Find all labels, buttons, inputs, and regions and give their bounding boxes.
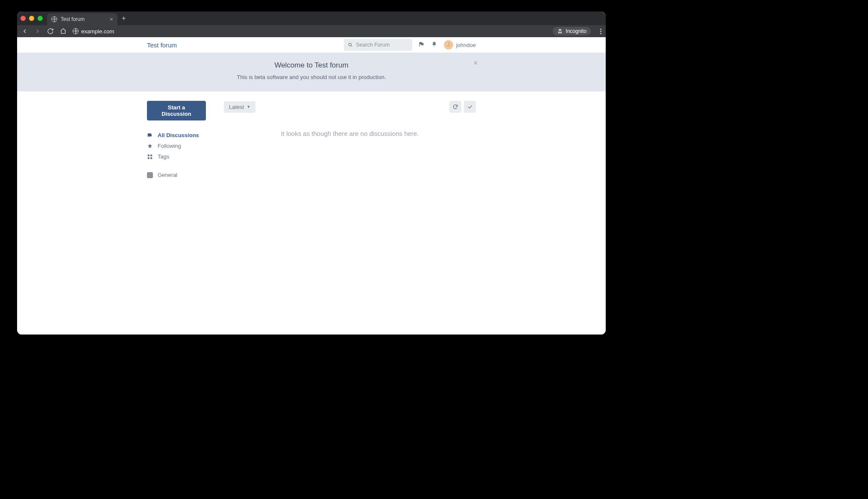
grid-icon [147,154,153,160]
sort-label: Latest [229,104,244,110]
window-controls [21,16,43,21]
refresh-button[interactable] [449,101,461,113]
close-hero-button[interactable]: × [474,59,478,67]
site-info-icon[interactable] [73,28,79,34]
flag-icon[interactable] [418,41,425,49]
close-window-button[interactable] [21,16,26,21]
search-box[interactable] [344,39,412,51]
forward-button[interactable] [34,28,41,35]
sidebar-item-label: All Discussions [158,132,199,138]
tab-strip: Test forum × + [17,12,606,25]
reload-button[interactable] [47,28,54,35]
sidebar-tag-general[interactable]: General [147,170,211,180]
sidebar-item-label: Tags [158,153,169,160]
svg-point-0 [349,43,351,46]
incognito-badge[interactable]: Incognito [553,27,591,35]
check-icon [467,104,473,110]
svg-rect-4 [150,157,152,159]
browser-tab[interactable]: Test forum × [47,13,117,25]
sidebar-item-all-discussions[interactable]: All Discussions [147,130,211,141]
forum-header: Test forum J johndoe [17,37,606,53]
username-link[interactable]: johndoe [456,42,476,48]
toolbar-row: Latest ▼ [224,101,476,113]
refresh-icon [452,104,458,110]
search-icon [348,42,352,47]
sidebar-item-tags[interactable]: Tags [147,151,211,162]
comments-icon [147,132,153,138]
url-field[interactable]: example.com [73,28,547,35]
star-icon [147,143,153,149]
empty-state-message: It looks as though there are no discussi… [224,130,476,137]
globe-icon [51,16,57,22]
main-content: Start a Discussion All Discussions Follo… [147,101,476,180]
welcome-hero: × Welcome to Test forum This is beta sof… [17,53,606,91]
svg-rect-1 [148,154,150,156]
mark-read-button[interactable] [464,101,476,113]
address-bar: example.com Incognito [17,25,606,37]
svg-rect-2 [150,154,152,156]
discussions-pane: Latest ▼ It looks as though there are no… [224,101,476,180]
tag-color-swatch [147,172,153,178]
sidebar-nav: All Discussions Following Tags General [147,130,211,180]
search-input[interactable] [356,42,408,48]
sidebar: Start a Discussion All Discussions Follo… [147,101,211,180]
hero-title: Welcome to Test forum [17,61,606,70]
browser-window: Test forum × + example.com Incognito Tes… [17,12,606,335]
tab-title: Test forum [61,16,85,22]
page-viewport: Test forum J johndoe × Welcome to Test f… [17,37,606,335]
home-button[interactable] [60,28,67,35]
sort-dropdown[interactable]: Latest ▼ [224,101,255,113]
sidebar-tag-label: General [158,172,177,178]
site-title-link[interactable]: Test forum [147,41,177,49]
back-button[interactable] [21,28,28,35]
sidebar-item-following[interactable]: Following [147,141,211,151]
url-text: example.com [81,28,114,35]
hero-subtitle: This is beta software and you should not… [17,74,606,80]
maximize-window-button[interactable] [38,16,43,21]
browser-menu-button[interactable] [600,29,601,34]
minimize-window-button[interactable] [29,16,34,21]
close-tab-icon[interactable]: × [110,16,113,23]
chevron-down-icon: ▼ [246,105,250,109]
incognito-label: Incognito [566,28,586,34]
start-discussion-button[interactable]: Start a Discussion [147,101,206,120]
svg-rect-3 [148,157,150,159]
new-tab-button[interactable]: + [122,15,126,22]
avatar[interactable]: J [444,40,453,50]
sidebar-item-label: Following [158,143,181,149]
bell-icon[interactable] [431,41,438,49]
